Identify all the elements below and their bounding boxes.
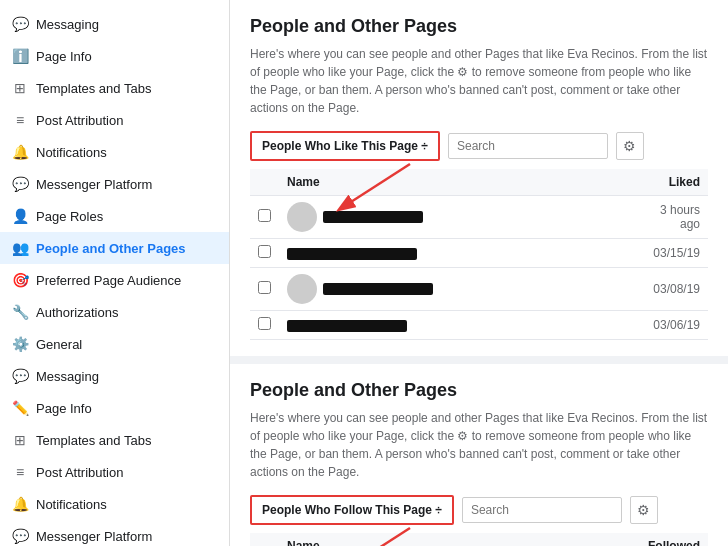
row-checkbox[interactable] bbox=[258, 245, 271, 258]
sidebar-item-people-pages-1[interactable]: 👥People and Other Pages bbox=[0, 232, 229, 264]
col-liked: Liked bbox=[588, 169, 708, 196]
sidebar-item-authorizations-1[interactable]: 🔧Authorizations bbox=[0, 296, 229, 328]
row-name bbox=[279, 268, 588, 311]
sidebar-icon-people-pages-1: 👥 bbox=[12, 240, 28, 256]
sidebar-label-authorizations-1: Authorizations bbox=[36, 305, 118, 320]
row-checkbox[interactable] bbox=[258, 281, 271, 294]
sidebar-item-post-attribution-2[interactable]: ≡Post Attribution bbox=[0, 456, 229, 488]
section1-toolbar: People Who Like This Page ÷ ⚙ bbox=[250, 131, 708, 161]
sidebar-icon-messaging-1: 💬 bbox=[12, 16, 28, 32]
row-liked: 03/06/19 bbox=[588, 311, 708, 340]
row-name bbox=[279, 239, 588, 268]
sidebar-item-general-2[interactable]: ⚙️General bbox=[0, 328, 229, 360]
section1-title: People and Other Pages bbox=[250, 16, 708, 37]
sidebar-icon-post-attribution-2: ≡ bbox=[12, 464, 28, 480]
avatar bbox=[287, 202, 317, 232]
sidebar-icon-preferred-audience-1: 🎯 bbox=[12, 272, 28, 288]
section2-table-wrapper: Name Followed 04/21/18 bbox=[250, 533, 708, 546]
sidebar-item-messenger-platform-2[interactable]: 💬Messenger Platform bbox=[0, 520, 229, 546]
row-checkbox[interactable] bbox=[258, 209, 271, 222]
section-people-like: People and Other Pages Here's where you … bbox=[230, 0, 728, 356]
sidebar-icon-messaging-2: 💬 bbox=[12, 368, 28, 384]
table-row: 03/08/19 bbox=[250, 268, 708, 311]
col-checkbox bbox=[250, 169, 279, 196]
table-row: 03/06/19 bbox=[250, 311, 708, 340]
sidebar-label-notifications-1: Notifications bbox=[36, 145, 107, 160]
section2-title: People and Other Pages bbox=[250, 380, 708, 401]
sidebar-icon-page-info-1: ℹ️ bbox=[12, 48, 28, 64]
table-row: 3 hours ago bbox=[250, 196, 708, 239]
sidebar-label-messenger-platform-2: Messenger Platform bbox=[36, 529, 152, 544]
col-followed: Followed bbox=[565, 533, 708, 546]
sidebar-item-page-info-1[interactable]: ℹ️Page Info bbox=[0, 40, 229, 72]
sidebar-item-messaging-1[interactable]: 💬Messaging bbox=[0, 8, 229, 40]
section1-gear-button[interactable]: ⚙ bbox=[616, 132, 644, 160]
sidebar-icon-post-attribution-1: ≡ bbox=[12, 112, 28, 128]
sidebar-icon-general-2: ⚙️ bbox=[12, 336, 28, 352]
col-name-1: Name bbox=[279, 169, 588, 196]
sidebar-item-templates-tabs-2[interactable]: ⊞Templates and Tabs bbox=[0, 424, 229, 456]
sidebar-label-preferred-audience-1: Preferred Page Audience bbox=[36, 273, 181, 288]
section1-table: Name Liked 3 hours ago03/15/1903/08/1903… bbox=[250, 169, 708, 340]
avatar bbox=[287, 274, 317, 304]
sidebar-item-notifications-1[interactable]: 🔔Notifications bbox=[0, 136, 229, 168]
sidebar-item-notifications-2[interactable]: 🔔Notifications bbox=[0, 488, 229, 520]
row-name bbox=[279, 196, 588, 239]
sidebar: 💬Messagingℹ️Page Info⊞Templates and Tabs… bbox=[0, 0, 230, 546]
sidebar-icon-authorizations-1: 🔧 bbox=[12, 304, 28, 320]
sidebar-icon-notifications-1: 🔔 bbox=[12, 144, 28, 160]
sidebar-label-messenger-platform-1: Messenger Platform bbox=[36, 177, 152, 192]
sidebar-icon-page-info-2: ✏️ bbox=[12, 400, 28, 416]
sidebar-label-general-2: General bbox=[36, 337, 82, 352]
sidebar-label-page-roles-1: Page Roles bbox=[36, 209, 103, 224]
section2-search[interactable] bbox=[462, 497, 622, 523]
section2-gear-button[interactable]: ⚙ bbox=[630, 496, 658, 524]
section1-table-wrapper: Name Liked 3 hours ago03/15/1903/08/1903… bbox=[250, 169, 708, 340]
sidebar-label-notifications-2: Notifications bbox=[36, 497, 107, 512]
section2-table: Name Followed 04/21/18 bbox=[250, 533, 708, 546]
sidebar-label-page-info-2: Page Info bbox=[36, 401, 92, 416]
row-liked: 03/08/19 bbox=[588, 268, 708, 311]
sidebar-label-messaging-1: Messaging bbox=[36, 17, 99, 32]
redacted-name bbox=[323, 283, 433, 295]
sidebar-item-messenger-platform-1[interactable]: 💬Messenger Platform bbox=[0, 168, 229, 200]
people-follow-dropdown[interactable]: People Who Follow This Page ÷ bbox=[250, 495, 454, 525]
sidebar-item-preferred-audience-1[interactable]: 🎯Preferred Page Audience bbox=[0, 264, 229, 296]
sidebar-label-templates-tabs-2: Templates and Tabs bbox=[36, 433, 151, 448]
sidebar-item-page-info-2[interactable]: ✏️Page Info bbox=[0, 392, 229, 424]
sidebar-icon-templates-tabs-2: ⊞ bbox=[12, 432, 28, 448]
section1-search[interactable] bbox=[448, 133, 608, 159]
sidebar-label-post-attribution-2: Post Attribution bbox=[36, 465, 123, 480]
sidebar-label-page-info-1: Page Info bbox=[36, 49, 92, 64]
sidebar-label-post-attribution-1: Post Attribution bbox=[36, 113, 123, 128]
sidebar-label-people-pages-1: People and Other Pages bbox=[36, 241, 186, 256]
row-name bbox=[279, 311, 588, 340]
people-like-dropdown[interactable]: People Who Like This Page ÷ bbox=[250, 131, 440, 161]
sidebar-item-page-roles-1[interactable]: 👤Page Roles bbox=[0, 200, 229, 232]
table-row: 03/15/19 bbox=[250, 239, 708, 268]
sidebar-icon-messenger-platform-2: 💬 bbox=[12, 528, 28, 544]
row-checkbox[interactable] bbox=[258, 317, 271, 330]
sidebar-icon-messenger-platform-1: 💬 bbox=[12, 176, 28, 192]
redacted-name bbox=[287, 248, 417, 260]
sidebar-item-messaging-2[interactable]: 💬Messaging bbox=[0, 360, 229, 392]
sidebar-item-post-attribution-1[interactable]: ≡Post Attribution bbox=[0, 104, 229, 136]
section2-desc: Here's where you can see people and othe… bbox=[250, 409, 708, 481]
sidebar-label-messaging-2: Messaging bbox=[36, 369, 99, 384]
section-people-follow: People and Other Pages Here's where you … bbox=[230, 364, 728, 546]
sidebar-icon-templates-tabs-1: ⊞ bbox=[12, 80, 28, 96]
redacted-name bbox=[323, 211, 423, 223]
sidebar-label-templates-tabs-1: Templates and Tabs bbox=[36, 81, 151, 96]
sidebar-icon-page-roles-1: 👤 bbox=[12, 208, 28, 224]
sidebar-icon-notifications-2: 🔔 bbox=[12, 496, 28, 512]
section2-toolbar: People Who Follow This Page ÷ ⚙ bbox=[250, 495, 708, 525]
sidebar-item-templates-tabs-1[interactable]: ⊞Templates and Tabs bbox=[0, 72, 229, 104]
redacted-name bbox=[287, 320, 407, 332]
row-liked: 03/15/19 bbox=[588, 239, 708, 268]
main-content: People and Other Pages Here's where you … bbox=[230, 0, 728, 546]
col-name-2: Name bbox=[279, 533, 565, 546]
row-liked: 3 hours ago bbox=[588, 196, 708, 239]
col-checkbox-2 bbox=[250, 533, 279, 546]
section1-desc: Here's where you can see people and othe… bbox=[250, 45, 708, 117]
